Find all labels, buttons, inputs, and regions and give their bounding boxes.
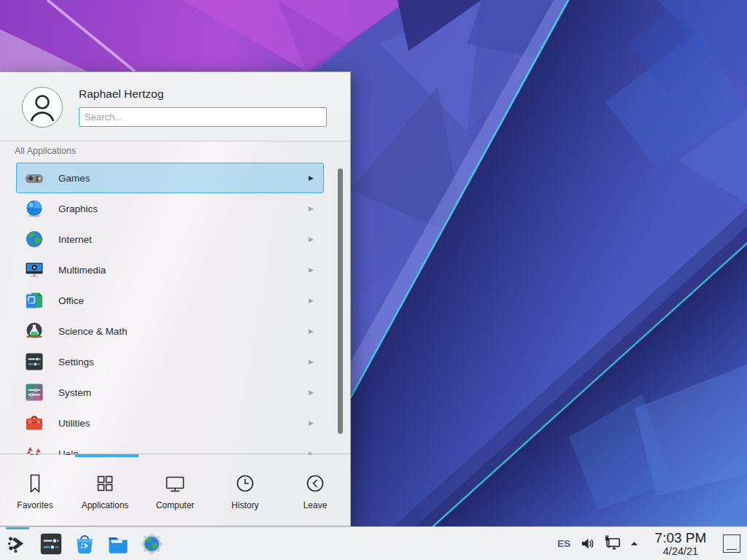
network-icon[interactable] <box>603 534 622 553</box>
office-document-icon <box>25 291 44 310</box>
category-row-internet[interactable]: Internet ▶ <box>16 224 324 254</box>
tab-applications[interactable]: Applications <box>70 454 140 526</box>
clock-date: 4/24/21 <box>663 545 698 557</box>
tabs: Favorites Applications Computer History … <box>0 454 350 526</box>
submenu-arrow-icon: ▶ <box>309 297 314 304</box>
app-grid-icon <box>93 472 117 495</box>
desktop: Raphael Hertzog All Applications Games ▶… <box>0 0 747 560</box>
volume-icon[interactable] <box>580 536 595 551</box>
user-name: Raphael Hertzog <box>79 88 163 101</box>
application-launcher-panel: Raphael Hertzog All Applications Games ▶… <box>0 71 351 526</box>
category-row-graphics[interactable]: Graphics ▶ <box>16 193 324 224</box>
category-row-office[interactable]: Office ▶ <box>16 285 324 316</box>
keyboard-layout-indicator[interactable]: ES <box>557 538 570 549</box>
category-list: Games ▶ Graphics ▶ Internet ▶ Multimedia… <box>0 163 350 455</box>
leave-circle-icon <box>303 472 327 495</box>
gamepad-icon <box>25 168 44 187</box>
taskbar: ES <box>0 526 747 560</box>
history-clock-icon <box>233 472 257 495</box>
submenu-arrow-icon: ▶ <box>309 327 314 335</box>
system-sliders-icon <box>25 383 44 402</box>
expand-tray-icon[interactable] <box>630 539 639 548</box>
globe-icon <box>25 230 44 249</box>
system-settings-launcher-icon[interactable] <box>39 532 63 556</box>
bookmark-icon <box>23 472 47 495</box>
search-input[interactable] <box>79 107 327 127</box>
utilities-toolbox-icon <box>25 413 44 432</box>
submenu-arrow-icon: ▶ <box>309 419 314 427</box>
launcher-tab-bar: Favorites Applications Computer History … <box>0 454 350 526</box>
submenu-arrow-icon: ▶ <box>309 266 314 273</box>
settings-sliders-icon <box>25 352 44 371</box>
system-tray: ES <box>557 527 747 560</box>
kickoff-launcher-icon[interactable] <box>6 532 29 556</box>
category-row-help[interactable]: Help ▶ <box>16 438 324 455</box>
taskbar-launchers <box>6 527 163 560</box>
user-avatar[interactable] <box>22 87 63 128</box>
science-flask-icon <box>25 322 44 341</box>
digital-clock[interactable]: 7:03 PM 4/24/21 <box>650 531 711 557</box>
graphics-ball-icon <box>25 199 44 218</box>
category-row-science-math[interactable]: Science & Math ▶ <box>16 316 324 346</box>
submenu-arrow-icon: ▶ <box>309 358 314 365</box>
category-row-multimedia[interactable]: Multimedia ▶ <box>16 254 324 285</box>
show-desktop-button[interactable] <box>723 534 740 553</box>
multimedia-monitor-icon <box>25 260 44 279</box>
clock-time: 7:03 PM <box>655 531 707 545</box>
submenu-arrow-icon: ▶ <box>309 236 314 243</box>
computer-monitor-icon <box>163 472 187 495</box>
submenu-arrow-icon: ▶ <box>309 205 314 212</box>
scrollbar[interactable] <box>338 168 343 434</box>
submenu-arrow-icon: ▶ <box>309 174 314 182</box>
tab-computer[interactable]: Computer <box>140 454 210 526</box>
tab-favorites[interactable]: Favorites <box>0 454 70 526</box>
tab-history[interactable]: History <box>210 454 280 526</box>
category-row-system[interactable]: System ▶ <box>16 377 324 408</box>
dolphin-launcher-icon[interactable] <box>107 532 130 556</box>
tab-leave[interactable]: Leave <box>280 454 350 526</box>
section-label: All Applications <box>15 146 76 156</box>
discover-launcher-icon[interactable] <box>73 532 96 556</box>
launcher-header: Raphael Hertzog <box>0 72 350 141</box>
browser-launcher-icon[interactable] <box>140 532 163 556</box>
category-row-utilities[interactable]: Utilities ▶ <box>16 408 324 438</box>
category-row-settings[interactable]: Settings ▶ <box>16 346 324 377</box>
submenu-arrow-icon: ▶ <box>309 389 314 396</box>
active-tab-indicator <box>75 454 139 457</box>
category-row-games[interactable]: Games ▶ <box>16 163 324 193</box>
